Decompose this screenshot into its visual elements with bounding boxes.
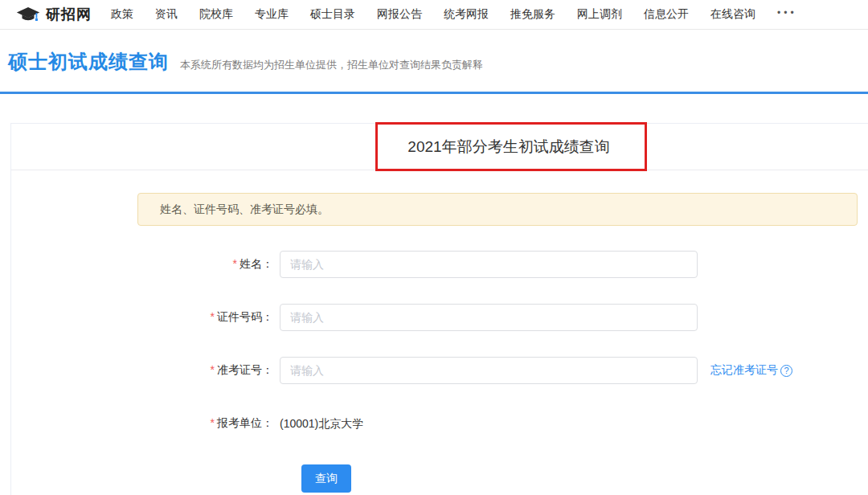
site-logo[interactable]: 研招网 [16, 5, 92, 24]
top-navbar: 研招网 政策 资讯 院校库 专业库 硕士目录 网报公告 统考网报 推免服务 网上… [0, 0, 868, 30]
nav-item-report-notice[interactable]: 网报公告 [377, 7, 422, 22]
question-circle-icon: ? [780, 365, 792, 377]
target-school-value: (10001)北京大学 [280, 410, 363, 437]
form-row-id-number: *证件号码： [137, 304, 868, 331]
target-school-label: *报考单位： [137, 416, 273, 431]
required-fields-alert: 姓名、证件号码、准考证号必填。 [137, 193, 858, 226]
site-name: 研招网 [46, 5, 92, 24]
query-button[interactable]: 查询 [301, 464, 351, 493]
nav-item-unified-exam-registration[interactable]: 统考网报 [444, 7, 489, 22]
nav-item-online-adjustment[interactable]: 网上调剂 [577, 7, 622, 22]
nav-menu: 政策 资讯 院校库 专业库 硕士目录 网报公告 统考网报 推免服务 网上调剂 信… [111, 7, 797, 22]
score-query-card: 2021年部分考生初试成绩查询 姓名、证件号码、准考证号必填。 *姓名： *证件… [10, 123, 868, 495]
nav-item-info-disclosure[interactable]: 信息公开 [644, 7, 689, 22]
query-form: *姓名： *证件号码： *准考证号： 忘记准考证号? [137, 251, 868, 493]
page-header: 硕士初试成绩查询 本系统所有数据均为招生单位提供，招生单位对查询结果负责解释 [0, 30, 868, 75]
nav-more-ellipsis[interactable]: ••• [777, 7, 797, 22]
forgot-ticket-link[interactable]: 忘记准考证号? [710, 363, 792, 378]
form-row-target-school: *报考单位： (10001)北京大学 [137, 410, 868, 437]
nav-item-news[interactable]: 资讯 [155, 7, 178, 22]
blue-divider [0, 92, 868, 94]
name-label: *姓名： [137, 257, 273, 272]
page-subtitle: 本系统所有数据均为招生单位提供，招生单位对查询结果负责解释 [180, 58, 483, 72]
required-asterisk: * [233, 257, 237, 270]
id-number-input[interactable] [280, 304, 698, 331]
admission-ticket-label: *准考证号： [137, 363, 273, 378]
required-asterisk: * [211, 363, 215, 376]
page-title: 硕士初试成绩查询 [8, 49, 169, 75]
card-title: 2021年部分考生初试成绩查询 [407, 137, 609, 158]
form-row-admission-ticket: *准考证号： 忘记准考证号? [137, 357, 868, 384]
card-body: 姓名、证件号码、准考证号必填。 *姓名： *证件号码： *准考证号： [11, 170, 868, 493]
nav-item-policy[interactable]: 政策 [111, 7, 133, 22]
alert-text: 姓名、证件号码、准考证号必填。 [160, 202, 329, 217]
admission-ticket-input[interactable] [280, 357, 698, 384]
submit-row: 查询 [301, 464, 868, 493]
nav-item-online-consult[interactable]: 在线咨询 [710, 7, 755, 22]
nav-item-major-library[interactable]: 专业库 [255, 7, 289, 22]
graduation-cap-icon [16, 6, 40, 23]
nav-item-master-catalog[interactable]: 硕士目录 [310, 7, 355, 22]
required-asterisk: * [211, 416, 215, 429]
name-input[interactable] [280, 251, 698, 278]
nav-item-college-library[interactable]: 院校库 [199, 7, 233, 22]
nav-item-exemption-service[interactable]: 推免服务 [510, 7, 555, 22]
form-row-name: *姓名： [137, 251, 868, 278]
required-asterisk: * [211, 310, 215, 323]
id-number-label: *证件号码： [137, 310, 273, 325]
card-header: 2021年部分考生初试成绩查询 [11, 124, 868, 170]
